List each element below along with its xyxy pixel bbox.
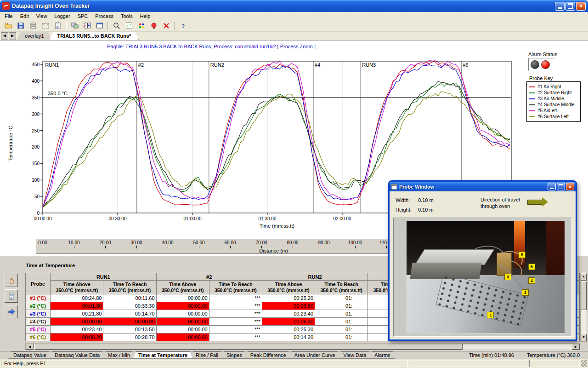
analysis-tab-max-min[interactable]: Max / Min <box>103 351 135 359</box>
svg-text:#6: #6 <box>463 62 468 68</box>
analysis-tab-area-under-curve[interactable]: Area Under Curve <box>289 351 340 359</box>
palette-button[interactable] <box>135 20 147 31</box>
scroll-left-icon[interactable]: ◀ <box>26 344 34 350</box>
print-button[interactable] <box>27 20 39 31</box>
ruler-tick-label: 20.00 <box>99 240 111 245</box>
analysis-tab-datapaq-value-data[interactable]: Datapaq Value Data <box>50 351 105 359</box>
tab-scroll-left-button[interactable]: ◀ <box>1 32 8 40</box>
menu-spc[interactable]: SPC <box>74 12 92 20</box>
analysis-tab-alarms[interactable]: Alarms <box>369 351 395 359</box>
open-button[interactable] <box>2 20 14 31</box>
window-layout-button[interactable] <box>93 20 106 31</box>
temperature-readout: Temperature (°C) 360.0 <box>527 352 580 358</box>
svg-text:Time (mm:ss.tt): Time (mm:ss.tt) <box>260 223 294 229</box>
value-cell: 01: <box>315 302 368 310</box>
probe-key-entry[interactable]: #5 AirLeft <box>527 108 580 114</box>
overlay-icon <box>71 22 79 29</box>
chart-edit-button[interactable] <box>123 20 135 31</box>
analysis-tab-datapaq-value[interactable]: Datapaq Value <box>8 351 51 359</box>
resize-grip[interactable] <box>581 360 587 367</box>
svg-text:?: ? <box>181 23 185 29</box>
menu-bar: FileEditViewLoggerSPCProcessToolsHelp <box>0 12 588 20</box>
overlay-button[interactable] <box>68 20 81 31</box>
print-icon <box>29 22 37 29</box>
svg-text:100: 100 <box>32 178 40 183</box>
document-tab-active[interactable]: TRIAL3 RUN5...to BACK Runs* <box>50 32 139 40</box>
menu-help[interactable]: Help <box>136 12 154 20</box>
probe-key-entry[interactable]: #3 Air Middle <box>527 96 580 102</box>
help-button[interactable]: ? <box>177 20 189 31</box>
svg-text:00:00.00: 00:00.00 <box>34 216 52 221</box>
process-icon <box>163 22 170 29</box>
report-button[interactable] <box>51 20 64 31</box>
tab-scroll-right-button[interactable]: ▶ <box>9 32 16 40</box>
group-header-RUN2: RUN2 <box>262 273 368 281</box>
pan-button[interactable] <box>5 274 18 287</box>
ruler-tick-mark <box>74 246 74 248</box>
table-vertical-scrollbar[interactable]: ▲ ▼ <box>580 273 587 342</box>
probe-key-entry-label: #1 Air Right <box>537 84 561 89</box>
probe-key-entry[interactable]: #6 Surface Left <box>527 114 580 120</box>
close-button[interactable]: × <box>576 2 586 11</box>
ruler-tick-label: 90.00 <box>318 240 329 245</box>
probe-window-maximize-button[interactable] <box>557 183 565 190</box>
value-cell: *** <box>209 318 262 326</box>
title-bar[interactable]: Datapaq Insight Oven Tracker × <box>0 0 588 12</box>
probe-key-entry[interactable]: #2 Surface Right <box>527 90 580 96</box>
alarm-button[interactable] <box>147 20 160 31</box>
alarm-icon <box>150 22 158 29</box>
svg-text:Temperature °C: Temperature °C <box>8 126 13 161</box>
menu-file[interactable]: File <box>1 12 17 20</box>
report-view-button[interactable] <box>5 289 18 303</box>
vscroll-thumb[interactable] <box>581 282 587 310</box>
process-button[interactable] <box>160 20 172 31</box>
scroll-right-icon[interactable]: ▶ <box>572 344 580 350</box>
probe-window-title-bar[interactable]: Probe Window × <box>390 182 576 191</box>
probe-window-close-button[interactable]: × <box>566 183 574 190</box>
save-button[interactable] <box>14 20 27 31</box>
svg-text:#2: #2 <box>138 62 144 68</box>
probe-row-label: #1 (°C) <box>26 294 51 302</box>
analysis-tab-time-at-temperature[interactable]: Time at Temperature <box>133 351 192 359</box>
analysis-tab-peak-difference[interactable]: Peak Difference <box>245 351 291 359</box>
save-icon <box>17 22 24 29</box>
email-button[interactable] <box>39 20 51 31</box>
height-value: 0.10 m <box>418 207 434 213</box>
probe-key-entry-label: #2 Surface Right <box>537 90 572 95</box>
analysis-tab-slopes[interactable]: Slopes <box>221 351 247 359</box>
probe-key-entry[interactable]: #4 Surface Middle <box>527 102 580 108</box>
svg-text:250: 250 <box>32 128 40 133</box>
svg-text:350: 350 <box>32 95 40 100</box>
analysis-tab-rise-fall[interactable]: Rise / Fall <box>191 351 223 359</box>
maximize-button[interactable] <box>565 2 575 11</box>
export-button[interactable] <box>5 305 18 318</box>
menu-logger[interactable]: Logger <box>51 12 74 20</box>
scroll-up-icon[interactable]: ▲ <box>581 273 587 281</box>
toolbar: ? <box>0 20 588 32</box>
value-cell: 00:23.40 <box>262 310 315 318</box>
ruler-tick-label: 80.00 <box>287 240 298 245</box>
analysis-tab-view-data[interactable]: View Data <box>338 351 371 359</box>
value-cell: 00:14.70 <box>103 310 156 318</box>
minimize-button[interactable] <box>555 2 565 11</box>
probe-key-entry[interactable]: #1 Air Right <box>527 84 580 90</box>
value-cell: 00:25.20 <box>262 294 315 302</box>
paq-compare-button[interactable] <box>81 20 93 31</box>
export-arrow-icon <box>7 308 16 316</box>
menu-tools[interactable]: Tools <box>117 12 136 20</box>
zoom-button[interactable] <box>110 20 123 31</box>
report-icon <box>54 22 62 29</box>
palette-icon <box>138 22 145 29</box>
scroll-down-icon[interactable]: ▼ <box>581 334 587 341</box>
menu-view[interactable]: View <box>33 12 51 20</box>
table-horizontal-scrollbar[interactable]: ◀ ▶ <box>25 343 580 350</box>
ruler-tick-mark <box>386 246 387 248</box>
menu-edit[interactable]: Edit <box>17 12 33 20</box>
alarm-status-label: Alarm Status <box>528 52 557 57</box>
hscroll-thumb[interactable] <box>34 344 463 350</box>
document-tab[interactable]: overlay1 <box>17 32 52 40</box>
probe-window[interactable]: Probe Window × Width: 0.10 m Height: 0.1… <box>388 180 577 341</box>
probe-window-minimize-button[interactable] <box>548 183 556 190</box>
svg-text:01:30.00: 01:30.00 <box>259 216 277 221</box>
menu-process[interactable]: Process <box>91 12 117 20</box>
